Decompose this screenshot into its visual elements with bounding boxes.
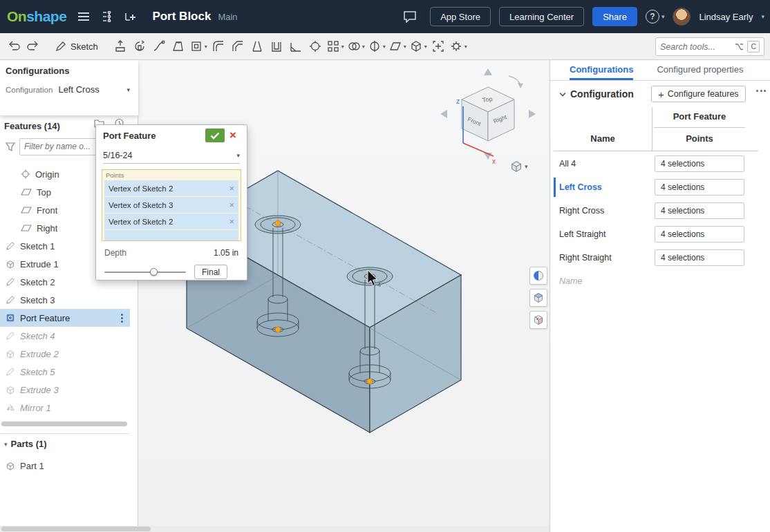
view-options-button[interactable]: ▾ bbox=[510, 160, 528, 173]
tool-split[interactable]: ▾ bbox=[366, 36, 387, 57]
feature-mirror-1[interactable]: Mirror 1 bbox=[0, 399, 130, 417]
tool-rib[interactable] bbox=[286, 36, 306, 57]
learning-center-button[interactable]: Learning Center bbox=[499, 7, 584, 26]
config-row-all-4[interactable]: All 4 4 selections bbox=[550, 152, 770, 175]
remove-point-icon[interactable]: × bbox=[229, 200, 234, 210]
shell-icon bbox=[270, 39, 283, 53]
accept-button[interactable] bbox=[205, 129, 225, 142]
help-menu[interactable]: ? ▾ bbox=[646, 10, 665, 23]
plane-icon bbox=[21, 188, 32, 196]
rotate-right-arrow[interactable] bbox=[529, 110, 536, 118]
tool-shell[interactable] bbox=[267, 36, 286, 57]
config-name: All 4 bbox=[559, 152, 576, 175]
search-tools-box[interactable]: C bbox=[655, 37, 764, 56]
depth-row: Depth 1.05 in bbox=[104, 248, 238, 258]
comments-icon[interactable] bbox=[398, 5, 422, 28]
configuration-select[interactable]: Left Cross ▾ bbox=[58, 84, 133, 95]
new-config-placeholder[interactable]: Name bbox=[559, 269, 582, 293]
tool-transform[interactable]: ▾ bbox=[408, 36, 429, 57]
tool-sweep[interactable] bbox=[149, 36, 169, 57]
rotate-cw-arrowhead bbox=[518, 83, 523, 88]
point-item[interactable]: Vertex of Sketch 2 × bbox=[104, 180, 238, 196]
feature-context-menu-icon[interactable] bbox=[121, 314, 123, 323]
config-name: Right Straight bbox=[559, 246, 612, 269]
appearance-button[interactable] bbox=[529, 267, 547, 285]
branch-name[interactable]: Main bbox=[218, 12, 237, 22]
feature-sketch-3[interactable]: Sketch 3 bbox=[0, 291, 130, 309]
feature-sketch-5[interactable]: Sketch 5 bbox=[0, 363, 130, 381]
parts-header[interactable]: ▾ Parts (1) bbox=[4, 439, 47, 449]
depth-slider-track[interactable] bbox=[104, 272, 186, 273]
undo-button[interactable] bbox=[4, 36, 24, 57]
depth-slider-handle[interactable] bbox=[150, 268, 158, 276]
learning-center-label: Learning Center bbox=[509, 12, 574, 22]
panel-menu-icon[interactable] bbox=[756, 90, 766, 92]
thread-size-select[interactable]: 5/16-24 ▾ bbox=[103, 147, 240, 164]
features-horizontal-scrollbar[interactable] bbox=[1, 421, 127, 426]
tool-toolbar-settings[interactable]: ▾ bbox=[448, 36, 469, 57]
app-store-button[interactable]: App Store bbox=[430, 7, 491, 26]
onshape-logo[interactable]: Onshape bbox=[7, 8, 66, 25]
tool-hole[interactable] bbox=[306, 36, 325, 57]
thread-size-value: 5/16-24 bbox=[103, 151, 132, 160]
named-views-button[interactable] bbox=[529, 289, 547, 307]
tool-fillet[interactable] bbox=[209, 36, 228, 57]
feature-extrude-2[interactable]: Extrude 2 bbox=[0, 345, 130, 363]
points-selection-box[interactable]: Points Vertex of Sketch 2 × Vertex of Sk… bbox=[102, 169, 241, 241]
points-cell[interactable]: 4 selections bbox=[655, 249, 744, 266]
sketch-button[interactable]: Sketch bbox=[48, 36, 105, 57]
config-row-left-cross[interactable]: Left Cross 4 selections bbox=[550, 175, 770, 199]
tool-loft[interactable] bbox=[169, 36, 188, 57]
tool-draft[interactable] bbox=[247, 36, 267, 57]
tab-configured-properties[interactable]: Configured properties bbox=[657, 60, 743, 80]
user-menu-chevron-icon[interactable]: ▾ bbox=[761, 13, 764, 20]
topbar-right-cluster: App Store Learning Center Share ? ▾ Lind… bbox=[398, 5, 764, 28]
config-row-left-straight[interactable]: Left Straight 4 selections bbox=[550, 222, 770, 246]
share-button[interactable]: Share bbox=[592, 7, 637, 26]
point-item[interactable]: Vertex of Sketch 3 × bbox=[104, 197, 238, 213]
tool-revolve[interactable] bbox=[130, 36, 149, 57]
tool-mate-connector[interactable] bbox=[429, 36, 448, 57]
main-menu-icon[interactable] bbox=[72, 5, 95, 28]
part-1-row[interactable]: Part 1 bbox=[0, 457, 130, 475]
extrude-icon bbox=[113, 39, 127, 53]
config-row-right-straight[interactable]: Right Straight 4 selections bbox=[550, 246, 770, 269]
final-button[interactable]: Final bbox=[194, 265, 227, 279]
tool-plane[interactable]: ▾ bbox=[387, 36, 408, 57]
tool-chamfer[interactable] bbox=[228, 36, 247, 57]
search-tools-input[interactable] bbox=[660, 42, 731, 52]
horizontal-scrollbar[interactable] bbox=[0, 526, 550, 532]
feature-port-feature[interactable]: Port Feature bbox=[0, 309, 130, 327]
point-item-clipped[interactable] bbox=[104, 230, 238, 241]
config-row-new[interactable]: Name bbox=[550, 269, 770, 293]
user-avatar[interactable] bbox=[673, 8, 691, 26]
view-cube[interactable]: Top Front Right bbox=[440, 68, 536, 160]
tool-thicken[interactable]: ▾ bbox=[188, 36, 209, 57]
depth-value[interactable]: 1.05 in bbox=[214, 248, 238, 258]
chevron-down-icon[interactable] bbox=[559, 92, 566, 97]
point-item[interactable]: Vertex of Sketch 2 × bbox=[104, 213, 238, 229]
rotate-left-arrow[interactable] bbox=[440, 110, 447, 118]
configuration-label: Configuration bbox=[6, 86, 53, 94]
remove-point-icon[interactable]: × bbox=[229, 183, 234, 193]
configure-features-button[interactable]: + Configure features bbox=[651, 86, 746, 102]
cancel-button[interactable]: × bbox=[225, 129, 241, 142]
config-row-right-cross[interactable]: Right Cross 4 selections bbox=[550, 199, 770, 222]
points-cell[interactable]: 4 selections bbox=[655, 202, 744, 219]
section-view-button[interactable] bbox=[529, 311, 547, 329]
rotate-up-arrow[interactable] bbox=[484, 68, 492, 75]
redo-button[interactable] bbox=[24, 36, 43, 57]
horizontal-scrollbar-thumb[interactable] bbox=[1, 526, 151, 531]
points-cell[interactable]: 4 selections bbox=[655, 155, 744, 172]
feature-sketch-4[interactable]: Sketch 4 bbox=[0, 327, 130, 345]
points-cell[interactable]: 4 selections bbox=[655, 226, 744, 243]
tool-linear-pattern[interactable]: ▾ bbox=[325, 36, 346, 57]
remove-point-icon[interactable]: × bbox=[229, 216, 234, 227]
versions-icon[interactable] bbox=[95, 5, 119, 28]
feature-extrude-3[interactable]: Extrude 3 bbox=[0, 381, 130, 399]
tab-configurations[interactable]: Configurations bbox=[570, 60, 633, 80]
points-cell[interactable]: 4 selections bbox=[655, 179, 744, 196]
tool-extrude[interactable] bbox=[111, 36, 130, 57]
tool-boolean[interactable]: ▾ bbox=[346, 36, 366, 57]
insert-element-icon[interactable] bbox=[119, 5, 142, 28]
